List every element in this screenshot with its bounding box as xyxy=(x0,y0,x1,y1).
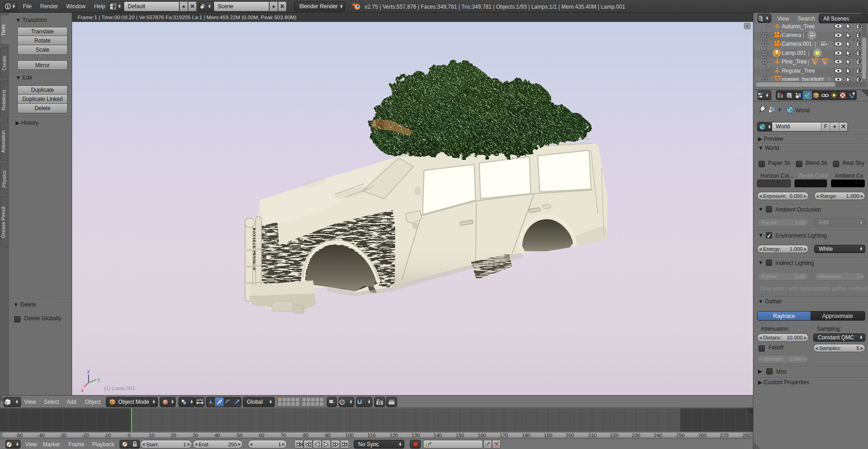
svg-text:(1) Lamp.001: (1) Lamp.001 xyxy=(104,386,135,391)
svg-text:170: 170 xyxy=(500,433,508,438)
svg-text:190: 190 xyxy=(544,433,552,438)
svg-text:30: 30 xyxy=(193,433,198,438)
svg-text:|: | xyxy=(808,50,810,56)
svg-text:150: 150 xyxy=(456,433,464,438)
svg-text:260: 260 xyxy=(698,433,706,438)
svg-text:Camera.001: Camera.001 xyxy=(782,41,812,47)
svg-text:80: 80 xyxy=(303,433,309,438)
svg-text:Pine_Tree: Pine_Tree xyxy=(782,58,807,65)
svg-text:|: | xyxy=(815,41,816,47)
svg-text:y: y xyxy=(98,377,100,382)
svg-text:220: 220 xyxy=(610,433,618,438)
svg-text:-30: -30 xyxy=(59,433,67,438)
svg-text:x: x xyxy=(81,388,84,393)
svg-text:Regular_Tree: Regular_Tree xyxy=(782,68,815,74)
svg-text:-20: -20 xyxy=(82,433,89,438)
svg-text:120: 120 xyxy=(390,433,398,438)
svg-text:-50: -50 xyxy=(16,433,23,438)
svg-text:140: 140 xyxy=(434,433,442,438)
svg-text:160: 160 xyxy=(478,433,486,438)
svg-text:70: 70 xyxy=(281,433,286,438)
svg-text:280: 280 xyxy=(743,433,751,438)
svg-text:200: 200 xyxy=(566,433,574,438)
svg-text:Camera: Camera xyxy=(782,32,801,38)
svg-text:|: | xyxy=(808,58,809,65)
svg-text:100: 100 xyxy=(345,433,354,438)
svg-text:240: 240 xyxy=(654,433,662,438)
svg-text:-10: -10 xyxy=(104,433,111,438)
svg-text:210: 210 xyxy=(588,433,596,438)
svg-text:90: 90 xyxy=(325,433,330,438)
svg-text:230: 230 xyxy=(632,433,640,438)
svg-text:|: | xyxy=(803,32,804,38)
svg-text:40: 40 xyxy=(214,433,220,438)
svg-text:110: 110 xyxy=(367,433,376,438)
svg-text:130: 130 xyxy=(412,433,420,438)
svg-text:roamer_backlight: roamer_backlight xyxy=(782,76,824,81)
svg-text:0: 0 xyxy=(128,433,131,438)
svg-text:270: 270 xyxy=(720,433,728,438)
svg-text:180: 180 xyxy=(522,433,530,438)
svg-text:z: z xyxy=(87,369,89,374)
svg-text:-40: -40 xyxy=(37,433,45,438)
svg-text:20: 20 xyxy=(171,433,176,438)
svg-text:Autumn_Tree: Autumn_Tree xyxy=(782,24,815,30)
svg-text:50: 50 xyxy=(237,433,242,438)
svg-text:Lamp.001: Lamp.001 xyxy=(782,50,806,56)
svg-text:250: 250 xyxy=(676,433,685,438)
svg-text:10: 10 xyxy=(149,433,154,438)
svg-text:60: 60 xyxy=(259,433,264,438)
svg-text:|: | xyxy=(828,76,830,81)
